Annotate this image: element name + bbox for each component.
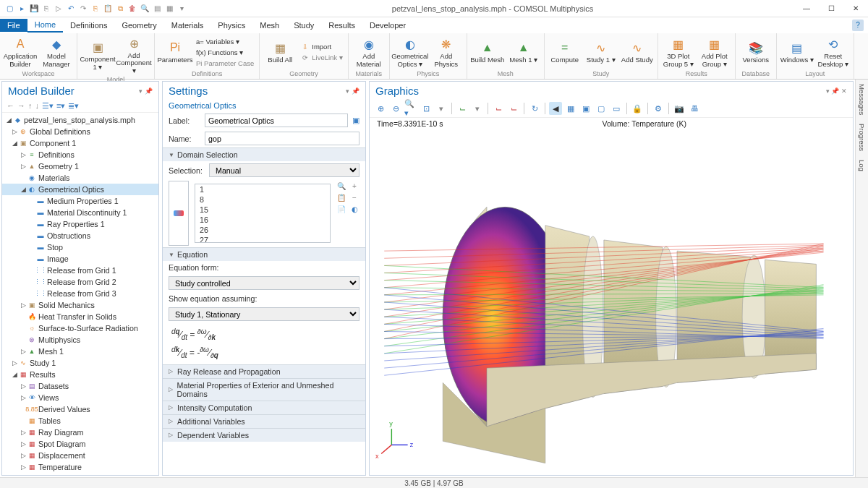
select-icon[interactable]: ◀: [549, 102, 562, 115]
dropdown-icon[interactable]: ▾: [176, 4, 187, 14]
redo-icon[interactable]: ↷: [78, 4, 88, 14]
mb-back-icon[interactable]: ←: [7, 101, 14, 111]
tab-mesh[interactable]: Mesh: [252, 19, 286, 32]
equation-header[interactable]: ▼Equation: [163, 247, 365, 261]
tab-study[interactable]: Study: [286, 19, 321, 32]
dom-remove-icon[interactable]: −: [349, 192, 359, 202]
sect-additional[interactable]: ▷Additional Variables: [163, 414, 365, 428]
selection-dropdown[interactable]: Manual: [209, 163, 359, 177]
xz-icon[interactable]: ⌙: [492, 102, 505, 115]
tab-file[interactable]: File: [0, 19, 27, 32]
build-all-button[interactable]: ▦Build All: [263, 38, 297, 65]
minimize-button[interactable]: —: [794, 0, 819, 17]
help-button[interactable]: ?: [852, 20, 864, 31]
tab-physics[interactable]: Physics: [210, 19, 252, 32]
add-material-button[interactable]: ◉Add Material: [352, 35, 386, 69]
sect-intensity[interactable]: ▷Intensity Computation: [163, 401, 365, 414]
label-tag-icon[interactable]: ▣: [352, 116, 359, 125]
settings-icon[interactable]: ⚙: [652, 102, 665, 115]
mb-show-icon[interactable]: ☰▾: [42, 101, 54, 111]
import-button[interactable]: ⇩Import: [299, 41, 345, 52]
undo-icon[interactable]: ↶: [66, 4, 76, 14]
mb-up-icon[interactable]: ↑: [28, 101, 33, 111]
add-component-button[interactable]: ⊕Add Component ▾: [116, 34, 151, 76]
yz-icon[interactable]: ⌙: [507, 102, 520, 115]
name-input[interactable]: [205, 132, 359, 145]
windows-button[interactable]: ▤Windows ▾: [780, 38, 814, 65]
zoom-extents-icon[interactable]: ⊡: [420, 102, 433, 115]
camera-icon[interactable]: 📷: [673, 102, 686, 115]
find-icon[interactable]: 🔍: [140, 4, 150, 14]
dom-copy-icon[interactable]: 📋: [336, 192, 346, 202]
new-icon[interactable]: ▢: [4, 4, 14, 14]
reset-desktop-button[interactable]: ⟲Reset Desktop ▾: [816, 35, 851, 69]
tab-messages[interactable]: Messages: [858, 84, 866, 115]
maximize-button[interactable]: ☐: [819, 0, 843, 17]
sect-ray-release[interactable]: ▷Ray Release and Propagation: [163, 364, 365, 378]
lock-icon[interactable]: 🔒: [631, 102, 644, 115]
saveas-icon[interactable]: ⎘: [41, 4, 51, 14]
add-plot-group-button[interactable]: ▦Add Plot Group ▾: [697, 35, 732, 69]
tab-home[interactable]: Home: [27, 18, 63, 33]
dom-toggle-icon[interactable]: ◐: [349, 204, 359, 214]
print-icon[interactable]: 🖶: [688, 102, 701, 115]
sel-bnd-icon[interactable]: ▢: [595, 102, 608, 115]
geo-optics-button[interactable]: ◐Geometrical Optics ▾: [393, 35, 427, 69]
zoom-out-icon[interactable]: ⊖: [389, 102, 402, 115]
sel-dom-icon[interactable]: ▣: [579, 102, 592, 115]
dom-add-icon[interactable]: +: [349, 181, 359, 191]
tab-progress[interactable]: Progress: [858, 124, 866, 151]
study1-button[interactable]: ∿Study 1 ▾: [584, 38, 618, 65]
rotate-icon[interactable]: ↻: [528, 102, 541, 115]
tab-definitions[interactable]: Definitions: [63, 19, 114, 32]
view-dd2-icon[interactable]: ▾: [471, 102, 484, 115]
expand-icon[interactable]: ▦: [164, 4, 174, 14]
sect-dependent[interactable]: ▷Dependent Variables: [163, 428, 365, 442]
dom-zoom-icon[interactable]: 🔍: [336, 181, 346, 191]
zoom-in-icon[interactable]: ⊕: [374, 102, 387, 115]
tab-log[interactable]: Log: [858, 160, 866, 171]
dom-paste-icon[interactable]: 📄: [336, 204, 346, 214]
parameters-button[interactable]: PiParameters: [158, 38, 192, 65]
functions-button[interactable]: f(x) Functions ▾: [194, 47, 256, 58]
paste-icon[interactable]: 📋: [103, 4, 113, 14]
versions-button[interactable]: 📚Versions: [739, 38, 773, 65]
label-input[interactable]: [205, 114, 348, 127]
panel-dropdown-icon[interactable]: ▾ 📌: [346, 87, 359, 95]
dup-icon[interactable]: ⧉: [115, 4, 125, 14]
tab-materials[interactable]: Materials: [164, 19, 211, 32]
tab-geometry[interactable]: Geometry: [114, 19, 163, 32]
eq-form-select[interactable]: Study controlled: [169, 276, 359, 290]
livelink-button[interactable]: ⟳LiveLink ▾: [299, 52, 345, 63]
sect-mat-props[interactable]: ▷Material Properties of Exterior and Unm…: [163, 378, 365, 401]
close-button[interactable]: ✕: [843, 0, 868, 17]
graphics-canvas[interactable]: y z x: [370, 129, 853, 475]
compute-button[interactable]: =Compute: [548, 38, 582, 65]
component-button[interactable]: ▣Component 1 ▾: [80, 38, 115, 72]
param-case-button[interactable]: Pi Parameter Case: [194, 58, 256, 69]
app-builder-button[interactable]: AApplication Builder: [3, 35, 38, 69]
play-icon[interactable]: ▷: [54, 4, 64, 14]
domain-list[interactable]: 1815 162627: [195, 184, 331, 243]
save-icon[interactable]: 💾: [29, 4, 39, 14]
mb-fwd-icon[interactable]: →: [17, 101, 25, 111]
sel-edge-icon[interactable]: ▭: [610, 102, 623, 115]
tab-results[interactable]: Results: [321, 19, 362, 32]
add-physics-button[interactable]: ❋Add Physics: [429, 35, 464, 69]
mb-expand-icon[interactable]: ≡▾: [56, 101, 65, 111]
gfx-dropdown-icon[interactable]: ▾ 📌 ✕: [826, 87, 847, 95]
view-dd-icon[interactable]: ▾: [435, 102, 448, 115]
mb-down-icon[interactable]: ↓: [35, 101, 40, 111]
zoom-box-icon[interactable]: 🔍▾: [404, 102, 417, 115]
mesh1-button[interactable]: ▲Mesh 1 ▾: [506, 38, 541, 65]
show-eq-select[interactable]: Study 1, Stationary: [169, 307, 359, 321]
model-manager-button[interactable]: ◆Model Manager: [39, 35, 74, 69]
model-tree[interactable]: ◢◆petzval_lens_stop_analysis.mph ▷⊕Globa…: [2, 113, 158, 475]
domain-selection-header[interactable]: ▼Domain Selection: [163, 147, 365, 161]
add-study-button[interactable]: ∿Add Study: [620, 38, 655, 65]
plot-group-button[interactable]: ▦3D Plot Group 5 ▾: [661, 35, 696, 69]
collapse-icon[interactable]: ▤: [152, 4, 162, 14]
variables-button[interactable]: a= Variables ▾: [194, 36, 256, 47]
panel-pin-icon[interactable]: ▾ 📌: [139, 87, 153, 95]
tab-developer[interactable]: Developer: [362, 19, 413, 32]
